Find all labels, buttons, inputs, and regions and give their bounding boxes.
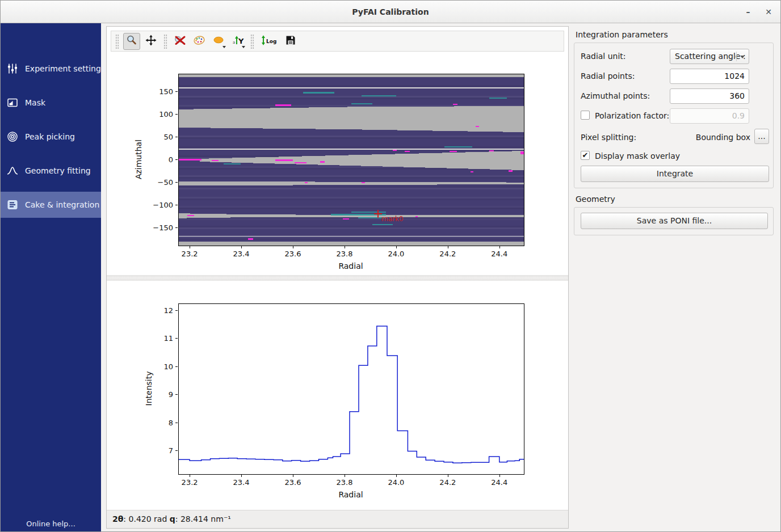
y-tick-mark <box>175 114 178 115</box>
x-tick-mark <box>448 475 448 477</box>
layer-list-icon <box>6 198 19 212</box>
plot-splitter[interactable] <box>107 275 568 281</box>
zoom-button[interactable] <box>123 33 140 50</box>
magnifier-icon <box>126 35 137 48</box>
toolbar-drag-handle <box>250 34 254 49</box>
polarization-label: Polarization factor: <box>595 111 669 120</box>
x-tick-mark <box>190 246 190 248</box>
y-tick-label: −150 <box>146 223 173 232</box>
y-tick-label: 11 <box>146 334 173 343</box>
pixel-splitting-more-button[interactable]: ... <box>754 129 769 144</box>
y-tick-mark <box>175 394 178 395</box>
integration-plot-canvas[interactable] <box>178 303 524 475</box>
toolbar-drag-handle <box>115 34 119 49</box>
azimuthal-points-input[interactable]: 360 <box>670 88 749 104</box>
y-tick-mark <box>175 159 178 160</box>
integrate-button[interactable]: Integrate <box>581 166 769 182</box>
pan-arrows-icon <box>145 35 157 48</box>
x-tick-mark <box>345 475 345 477</box>
svg-text:Y: Y <box>238 37 244 45</box>
toolbar-drag-handle <box>163 34 167 49</box>
sidebar-item-experiment-settings[interactable]: Experiment settings <box>1 56 101 82</box>
y-tick-label: 7 <box>146 446 173 454</box>
geometry-group: Save as PONI file... <box>574 207 774 235</box>
mark0-label: mark0 <box>381 215 404 223</box>
sidebar-item-geometry-fitting[interactable]: Geometry fitting <box>1 158 101 184</box>
azimuthal-points-label: Azimuthal points: <box>581 91 650 100</box>
x-tick-label: 23.4 <box>233 478 250 487</box>
x-tick-mark <box>190 475 190 477</box>
display-mask-checkbox[interactable]: ✔ <box>581 151 590 160</box>
x-tick-mark <box>396 246 397 248</box>
y-tick-mark <box>175 182 178 183</box>
y-tick-label: 10 <box>146 362 173 370</box>
sidebar-item-label: Experiment settings <box>25 64 105 73</box>
pan-button[interactable] <box>142 33 159 50</box>
x-tick-mark <box>396 475 397 477</box>
y-axis-orientation-button[interactable]: aY <box>229 33 246 50</box>
concentric-rings-icon <box>6 130 19 143</box>
y-tick-label: 0 <box>146 155 173 164</box>
polarization-checkbox[interactable] <box>581 111 590 120</box>
x-tick-label: 23.2 <box>182 250 198 258</box>
status-tth-label: 2θ <box>112 514 123 523</box>
svg-text:a: a <box>233 40 235 45</box>
y-tick-mark <box>175 227 178 228</box>
integration-figure: 23.223.423.623.824.024.224.4121110987Rad… <box>107 281 568 510</box>
radial-unit-combobox[interactable]: Scattering angle : <box>670 49 749 64</box>
window-title: PyFAI Calibration <box>1 1 780 23</box>
y-tick-label: 150 <box>146 87 173 96</box>
save-poni-button[interactable]: Save as PONI file... <box>581 213 768 229</box>
sidebar: Experiment settingsMaskPeak pickingGeome… <box>1 23 101 531</box>
x-tick-mark <box>241 246 242 248</box>
polarization-input: 0.9 <box>670 108 749 124</box>
radial-points-input[interactable]: 1024 <box>670 69 749 84</box>
x-tick-label: 23.8 <box>336 250 352 258</box>
sidebar-item-label: Cake & integration <box>25 200 99 209</box>
x-tick-label: 23.8 <box>336 478 352 487</box>
minimize-button[interactable]: – <box>738 1 758 23</box>
y-tick-mark <box>175 91 178 92</box>
log-scale-button[interactable]: Log <box>258 33 280 50</box>
mask-ellipse-tool-button[interactable] <box>210 33 227 50</box>
zoom-reset-button[interactable] <box>171 33 188 50</box>
y-tick-label: 100 <box>146 110 173 119</box>
sliders-icon <box>6 62 19 75</box>
y-tick-mark <box>175 137 178 137</box>
y-axis-label: Intensity <box>144 371 153 406</box>
cake-plot-canvas[interactable]: mark0 <box>178 74 524 246</box>
title-bar: PyFAI Calibration – ✕ <box>1 1 780 23</box>
x-tick-label: 23.4 <box>233 250 250 258</box>
close-button[interactable]: ✕ <box>759 1 778 23</box>
y-tick-label: −100 <box>146 201 173 209</box>
pixel-splitting-value: Bounding box <box>670 133 750 142</box>
online-help-link[interactable]: Online help... <box>1 520 101 528</box>
x-axis-label: Radial <box>178 261 523 271</box>
colormap-button[interactable] <box>191 33 208 50</box>
sidebar-item-mask[interactable]: Mask <box>1 90 101 116</box>
x-tick-label: 24.4 <box>491 478 507 487</box>
sidebar-item-cake-integration[interactable]: Cake & integration <box>1 192 101 218</box>
x-tick-label: 23.6 <box>285 478 301 487</box>
sidebar-nav: Experiment settingsMaskPeak pickingGeome… <box>1 56 101 226</box>
x-tick-label: 23.2 <box>182 478 198 487</box>
save-button[interactable] <box>282 33 299 50</box>
x-axis-label: Radial <box>178 490 523 499</box>
y-tick-mark <box>175 423 178 423</box>
log-scale-icon: Log <box>261 35 278 48</box>
x-tick-label: 23.6 <box>285 250 301 258</box>
y-tick-label: 8 <box>146 418 173 427</box>
x-tick-mark <box>499 475 500 477</box>
y-tick-label: 12 <box>146 306 173 314</box>
sidebar-item-peak-picking[interactable]: Peak picking <box>1 124 101 150</box>
radial-points-label: Radial points: <box>581 71 635 81</box>
main-panel: aYLog mark0 23.223.423.623.824.024.224.4… <box>106 26 569 529</box>
save-icon <box>285 35 296 48</box>
x-tick-mark <box>499 246 500 248</box>
status-tth-value: : 0.420 rad <box>123 514 169 523</box>
zoom-reset-icon <box>174 35 186 48</box>
y-tick-label: 50 <box>146 133 173 141</box>
radial-unit-value: Scattering angle : <box>675 52 746 61</box>
x-tick-label: 24.0 <box>388 478 404 487</box>
sidebar-item-label: Geometry fitting <box>25 166 91 175</box>
